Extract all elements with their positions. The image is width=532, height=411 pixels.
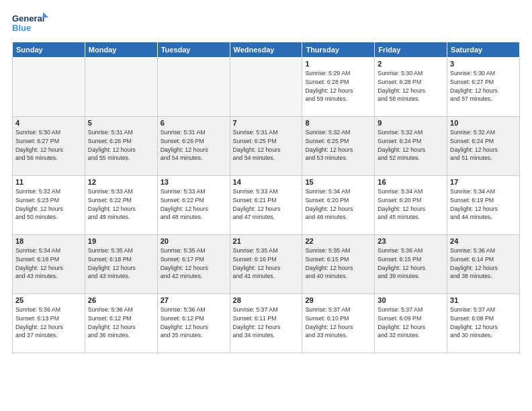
day-header-monday: Monday bbox=[85, 42, 157, 58]
day-number: 18 bbox=[15, 237, 82, 245]
calendar-cell: 9Sunrise: 5:32 AMSunset: 6:24 PMDaylight… bbox=[375, 117, 447, 176]
day-info: Sunrise: 5:36 AMSunset: 6:14 PMDaylight:… bbox=[450, 246, 517, 281]
calendar-cell bbox=[85, 58, 157, 117]
day-info: Sunrise: 5:32 AMSunset: 6:23 PMDaylight:… bbox=[15, 187, 82, 222]
calendar-week-row: 18Sunrise: 5:34 AMSunset: 6:18 PMDayligh… bbox=[13, 235, 520, 294]
day-header-friday: Friday bbox=[375, 42, 447, 58]
calendar-cell: 11Sunrise: 5:32 AMSunset: 6:23 PMDayligh… bbox=[13, 176, 85, 235]
day-info: Sunrise: 5:30 AMSunset: 6:27 PMDaylight:… bbox=[450, 69, 517, 103]
day-number: 10 bbox=[450, 119, 517, 127]
calendar-cell: 27Sunrise: 5:36 AMSunset: 6:12 PMDayligh… bbox=[157, 294, 230, 353]
calendar-cell: 3Sunrise: 5:30 AMSunset: 6:27 PMDaylight… bbox=[447, 58, 520, 117]
calendar-cell: 14Sunrise: 5:33 AMSunset: 6:21 PMDayligh… bbox=[230, 176, 302, 235]
calendar-cell: 28Sunrise: 5:37 AMSunset: 6:11 PMDayligh… bbox=[230, 294, 302, 353]
day-number: 12 bbox=[88, 178, 154, 186]
day-number: 29 bbox=[305, 296, 371, 304]
calendar-cell: 22Sunrise: 5:35 AMSunset: 6:15 PMDayligh… bbox=[302, 235, 375, 294]
day-number: 5 bbox=[88, 119, 154, 127]
day-number: 19 bbox=[88, 237, 154, 245]
day-number: 2 bbox=[378, 60, 444, 68]
svg-text:Blue: Blue bbox=[12, 23, 31, 33]
day-number: 16 bbox=[378, 178, 444, 186]
calendar-cell: 5Sunrise: 5:31 AMSunset: 6:26 PMDaylight… bbox=[85, 117, 157, 176]
day-info: Sunrise: 5:32 AMSunset: 6:25 PMDaylight:… bbox=[305, 128, 371, 163]
svg-marker-1 bbox=[43, 12, 48, 17]
day-number: 21 bbox=[233, 237, 300, 245]
day-info: Sunrise: 5:29 AMSunset: 6:28 PMDaylight:… bbox=[305, 69, 371, 103]
day-info: Sunrise: 5:31 AMSunset: 6:25 PMDaylight:… bbox=[233, 128, 300, 163]
day-number: 31 bbox=[450, 296, 517, 304]
calendar-cell: 13Sunrise: 5:33 AMSunset: 6:22 PMDayligh… bbox=[157, 176, 230, 235]
day-info: Sunrise: 5:32 AMSunset: 6:24 PMDaylight:… bbox=[378, 128, 444, 163]
calendar-cell: 29Sunrise: 5:37 AMSunset: 6:10 PMDayligh… bbox=[302, 294, 375, 353]
calendar-cell: 7Sunrise: 5:31 AMSunset: 6:25 PMDaylight… bbox=[230, 117, 302, 176]
day-info: Sunrise: 5:33 AMSunset: 6:22 PMDaylight:… bbox=[161, 187, 227, 222]
day-number: 22 bbox=[305, 237, 371, 245]
calendar-table: SundayMondayTuesdayWednesdayThursdayFrid… bbox=[12, 42, 520, 353]
day-info: Sunrise: 5:35 AMSunset: 6:15 PMDaylight:… bbox=[305, 246, 371, 281]
calendar-cell: 31Sunrise: 5:37 AMSunset: 6:08 PMDayligh… bbox=[447, 294, 520, 353]
day-number: 8 bbox=[305, 119, 371, 127]
day-number: 1 bbox=[305, 60, 371, 68]
calendar-cell: 23Sunrise: 5:36 AMSunset: 6:15 PMDayligh… bbox=[375, 235, 447, 294]
day-info: Sunrise: 5:35 AMSunset: 6:17 PMDaylight:… bbox=[161, 246, 227, 281]
calendar-cell: 19Sunrise: 5:35 AMSunset: 6:18 PMDayligh… bbox=[85, 235, 157, 294]
day-info: Sunrise: 5:31 AMSunset: 6:26 PMDaylight:… bbox=[161, 128, 227, 163]
calendar-cell: 2Sunrise: 5:30 AMSunset: 6:28 PMDaylight… bbox=[375, 58, 447, 117]
day-number: 13 bbox=[161, 178, 227, 186]
calendar-cell: 1Sunrise: 5:29 AMSunset: 6:28 PMDaylight… bbox=[302, 58, 375, 117]
calendar-cell: 16Sunrise: 5:34 AMSunset: 6:20 PMDayligh… bbox=[375, 176, 447, 235]
day-info: Sunrise: 5:35 AMSunset: 6:18 PMDaylight:… bbox=[88, 246, 154, 281]
calendar-cell: 10Sunrise: 5:32 AMSunset: 6:24 PMDayligh… bbox=[447, 117, 520, 176]
page: General Blue SundayMondayTuesdayWednesda… bbox=[0, 0, 532, 360]
day-number: 15 bbox=[305, 178, 371, 186]
day-number: 4 bbox=[15, 119, 82, 127]
day-header-tuesday: Tuesday bbox=[157, 42, 230, 58]
day-info: Sunrise: 5:32 AMSunset: 6:24 PMDaylight:… bbox=[450, 128, 517, 163]
calendar-cell bbox=[230, 58, 302, 117]
calendar-week-row: 1Sunrise: 5:29 AMSunset: 6:28 PMDaylight… bbox=[13, 58, 520, 117]
calendar-cell: 6Sunrise: 5:31 AMSunset: 6:26 PMDaylight… bbox=[157, 117, 230, 176]
calendar-week-row: 11Sunrise: 5:32 AMSunset: 6:23 PMDayligh… bbox=[13, 176, 520, 235]
day-number: 25 bbox=[15, 296, 82, 304]
logo-svg: General Blue bbox=[12, 11, 50, 36]
day-info: Sunrise: 5:35 AMSunset: 6:16 PMDaylight:… bbox=[233, 246, 300, 281]
calendar-cell: 8Sunrise: 5:32 AMSunset: 6:25 PMDaylight… bbox=[302, 117, 375, 176]
day-info: Sunrise: 5:36 AMSunset: 6:15 PMDaylight:… bbox=[378, 246, 444, 281]
day-number: 30 bbox=[378, 296, 444, 304]
day-info: Sunrise: 5:37 AMSunset: 6:09 PMDaylight:… bbox=[378, 306, 444, 340]
calendar-week-row: 25Sunrise: 5:36 AMSunset: 6:13 PMDayligh… bbox=[13, 294, 520, 353]
day-info: Sunrise: 5:33 AMSunset: 6:22 PMDaylight:… bbox=[88, 187, 154, 222]
day-number: 17 bbox=[450, 178, 517, 186]
calendar-cell: 18Sunrise: 5:34 AMSunset: 6:18 PMDayligh… bbox=[13, 235, 85, 294]
day-number: 7 bbox=[233, 119, 300, 127]
header: General Blue bbox=[12, 11, 520, 36]
calendar-cell bbox=[13, 58, 85, 117]
day-info: Sunrise: 5:36 AMSunset: 6:12 PMDaylight:… bbox=[88, 306, 154, 340]
calendar-cell bbox=[157, 58, 230, 117]
calendar-cell: 30Sunrise: 5:37 AMSunset: 6:09 PMDayligh… bbox=[375, 294, 447, 353]
day-info: Sunrise: 5:37 AMSunset: 6:08 PMDaylight:… bbox=[450, 306, 517, 340]
day-number: 6 bbox=[161, 119, 227, 127]
day-number: 24 bbox=[450, 237, 517, 245]
calendar-cell: 26Sunrise: 5:36 AMSunset: 6:12 PMDayligh… bbox=[85, 294, 157, 353]
calendar-cell: 25Sunrise: 5:36 AMSunset: 6:13 PMDayligh… bbox=[13, 294, 85, 353]
day-header-thursday: Thursday bbox=[302, 42, 375, 58]
day-header-sunday: Sunday bbox=[13, 42, 85, 58]
day-info: Sunrise: 5:30 AMSunset: 6:27 PMDaylight:… bbox=[15, 128, 82, 163]
day-number: 23 bbox=[378, 237, 444, 245]
day-info: Sunrise: 5:34 AMSunset: 6:20 PMDaylight:… bbox=[378, 187, 444, 222]
svg-text:General: General bbox=[12, 13, 44, 24]
day-number: 28 bbox=[233, 296, 300, 304]
day-number: 9 bbox=[378, 119, 444, 127]
day-number: 20 bbox=[161, 237, 227, 245]
day-number: 3 bbox=[450, 60, 517, 68]
day-header-wednesday: Wednesday bbox=[230, 42, 302, 58]
day-header-saturday: Saturday bbox=[447, 42, 520, 58]
day-number: 11 bbox=[15, 178, 82, 186]
day-info: Sunrise: 5:31 AMSunset: 6:26 PMDaylight:… bbox=[88, 128, 154, 163]
calendar-cell: 12Sunrise: 5:33 AMSunset: 6:22 PMDayligh… bbox=[85, 176, 157, 235]
day-info: Sunrise: 5:34 AMSunset: 6:20 PMDaylight:… bbox=[305, 187, 371, 222]
calendar-cell: 15Sunrise: 5:34 AMSunset: 6:20 PMDayligh… bbox=[302, 176, 375, 235]
day-info: Sunrise: 5:33 AMSunset: 6:21 PMDaylight:… bbox=[233, 187, 300, 222]
